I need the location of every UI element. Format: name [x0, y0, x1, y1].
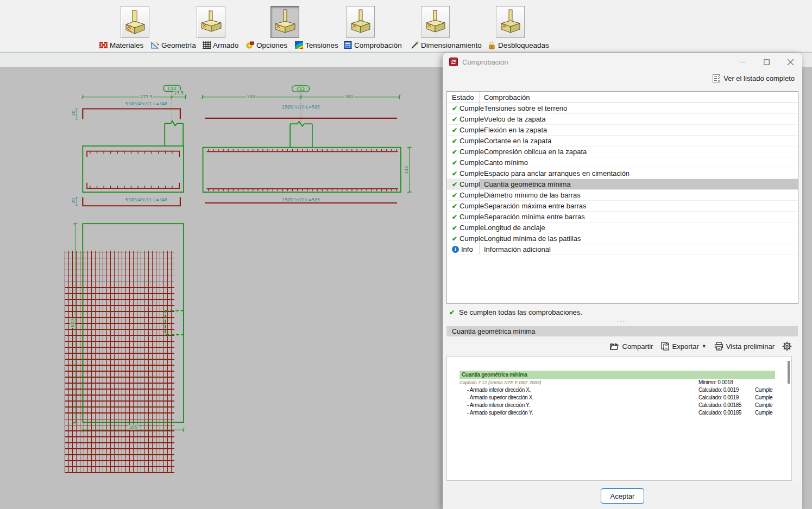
footing-icon: [424, 9, 447, 36]
report-item-row: - Armado inferior dirección Y. Calculado…: [459, 402, 775, 409]
compartir-button[interactable]: Compartir: [608, 341, 655, 352]
report-item-value: Calculado: 0.00185: [698, 409, 741, 417]
status-icon: [452, 148, 457, 156]
table-row[interactable]: Cumple Cuantía geométrica mínima: [447, 179, 798, 190]
report-minimo: Mínimo: 0.0018: [698, 379, 733, 386]
svg-text:277.5: 277.5: [140, 94, 152, 99]
report-item-row: - Armado inferior dirección X. Calculado…: [459, 386, 775, 394]
status-icon: [452, 158, 457, 167]
checks-table: Estado Comprobación Cumple Tensiones sob…: [446, 91, 798, 304]
close-button[interactable]: [778, 53, 802, 71]
report-item-status: Cumple: [755, 409, 772, 417]
column-header-comprobacion: Comprobación: [480, 92, 798, 103]
table-row[interactable]: Cumple Tensiones sobre el terreno: [447, 103, 798, 114]
footing-view-button-2[interactable]: [197, 6, 225, 38]
printer-icon: [714, 342, 723, 351]
check-label: Longitud de anclaje: [480, 222, 798, 233]
report-item-value: Calculado: 0.0019: [698, 386, 739, 394]
status-icon: [452, 224, 457, 232]
detail-section-title: Cuantía geométrica mínima: [446, 326, 798, 336]
svg-text:300: 300: [345, 94, 353, 99]
toolbar-item-armado[interactable]: Armado: [203, 40, 238, 50]
svg-text:27.5: 27.5: [174, 91, 184, 96]
toolbar-item-label: Geometría: [161, 41, 196, 49]
pencil-icon: [411, 41, 419, 49]
toolbar-item-label: Opciones: [256, 41, 287, 49]
svg-text:15Ø1"c/20 L=585: 15Ø1"c/20 L=585: [282, 105, 320, 110]
svg-text:300: 300: [247, 94, 255, 99]
vista-preliminar-button[interactable]: Vista preliminar: [713, 341, 776, 352]
plan-view-drawing: 600 305: [70, 222, 185, 432]
maximize-button[interactable]: [754, 53, 778, 71]
toolbar-item-materiales[interactable]: Materiales: [99, 40, 143, 50]
report-items: - Armado inferior dirección X. Calculado…: [459, 386, 775, 417]
toolbar-item-comprobacion[interactable]: Comprobación: [344, 40, 402, 50]
svg-text:135: 135: [404, 166, 409, 174]
mesh-icon: [203, 41, 211, 49]
svg-text:15Ø1"c/20 L=585: 15Ø1"c/20 L=585: [282, 198, 320, 202]
footing-view-button-5[interactable]: [421, 6, 450, 38]
table-row[interactable]: Cumple Canto mínimo: [447, 157, 798, 168]
footing-icon: [349, 9, 372, 36]
svg-text:20: 20: [71, 111, 76, 116]
checklist-icon: [713, 74, 720, 82]
table-row[interactable]: Cumple Diámetro mínimo de las barras: [447, 190, 798, 201]
table-row[interactable]: Cumple Cortante en la zapata: [447, 136, 798, 147]
report-item-value: Calculado: 0.00185: [698, 402, 741, 409]
table-row[interactable]: Cumple Compresión oblicua en la zapata: [447, 147, 798, 157]
toolbar-item-dimensionamiento[interactable]: Dimensionamiento: [411, 40, 482, 50]
toolbar-item-label: Dimensionamiento: [421, 41, 482, 49]
dropdown-caret-icon: ▼: [702, 343, 707, 349]
toolbar-item-tensiones[interactable]: Tensiones: [295, 40, 338, 50]
comprobacion-dialog: Comprobación Ver el listado completo Est…: [443, 53, 802, 509]
footing-view-button-1[interactable]: [121, 6, 149, 38]
table-row[interactable]: Cumple Espacio para anclar arranques en …: [447, 168, 798, 179]
table-row[interactable]: Cumple Flexión en la zapata: [447, 125, 798, 136]
close-icon: [788, 59, 794, 65]
minimize-button[interactable]: [731, 53, 754, 71]
gradient-icon: [295, 41, 303, 49]
svg-text:20: 20: [71, 198, 76, 203]
export-icon: [661, 342, 670, 351]
table-row[interactable]: Cumple Longitud mínima de las patillas: [447, 233, 798, 244]
exportar-button[interactable]: Exportar ▼: [659, 341, 708, 352]
table-row[interactable]: Cumple Vuelco de la zapata: [447, 114, 798, 125]
table-row[interactable]: Cumple Separación máxima entre barras: [447, 201, 798, 212]
status-icon: [452, 180, 457, 188]
footing-view-button-3[interactable]: [270, 6, 299, 38]
splitter-handle[interactable]: ····: [443, 319, 802, 324]
report-toolbar: Compartir Exportar ▼ Vista preliminar: [608, 339, 794, 353]
status-icon: [452, 202, 457, 210]
report-settings-button[interactable]: [780, 340, 794, 352]
foundation-drawings: C12 277.5 27.5 53Ø3/4"c/11 L=348 20: [0, 68, 445, 509]
check-label: Cortante en la zapata: [480, 136, 798, 146]
dialog-titlebar[interactable]: Comprobación: [443, 53, 802, 71]
accept-button[interactable]: Aceptar: [601, 488, 644, 504]
report-item-label: - Armado inferior dirección Y.: [467, 402, 530, 408]
view-full-list-link[interactable]: Ver el listado completo: [723, 74, 795, 82]
options-gear-icon: [246, 41, 254, 49]
toolbar-item-label: Materiales: [110, 41, 143, 49]
check-label: Diámetro mínimo de las barras: [480, 190, 798, 200]
table-row[interactable]: Cumple Separación mínima entre barras: [447, 212, 798, 222]
check-label: Canto mínimo: [480, 157, 798, 168]
report-item-label: - Armado superior dirección Y.: [467, 410, 533, 416]
report-item-label: - Armado superior dirección X.: [467, 395, 534, 400]
check-label: Compresión oblicua en la zapata: [480, 147, 798, 157]
table-row[interactable]: Cumple Longitud de anclaje: [447, 222, 798, 233]
toolbar-item-desbloqueadas[interactable]: Desbloqueadas: [488, 40, 549, 50]
report-scrollbar-thumb[interactable]: [788, 361, 790, 384]
toolbar-item-geometria[interactable]: Geometría: [151, 40, 196, 50]
section-y-drawing: C12 300 300 15Ø1"c/20 L=585: [201, 86, 412, 203]
status-icon: [452, 115, 457, 123]
status-icon: [452, 169, 457, 177]
check-label: Longitud mínima de las patillas: [480, 233, 798, 244]
table-row[interactable]: Info Información adicional: [447, 244, 798, 255]
footing-view-button-6[interactable]: [496, 6, 525, 38]
status-icon: [452, 104, 457, 112]
footing-view-button-4[interactable]: [346, 6, 375, 38]
report-item-row: - Armado superior dirección Y. Calculado…: [459, 409, 775, 417]
report-item-row: - Armado superior dirección X. Calculado…: [459, 394, 775, 402]
check-icon: [449, 308, 455, 316]
toolbar-item-opciones[interactable]: Opciones: [246, 40, 287, 50]
